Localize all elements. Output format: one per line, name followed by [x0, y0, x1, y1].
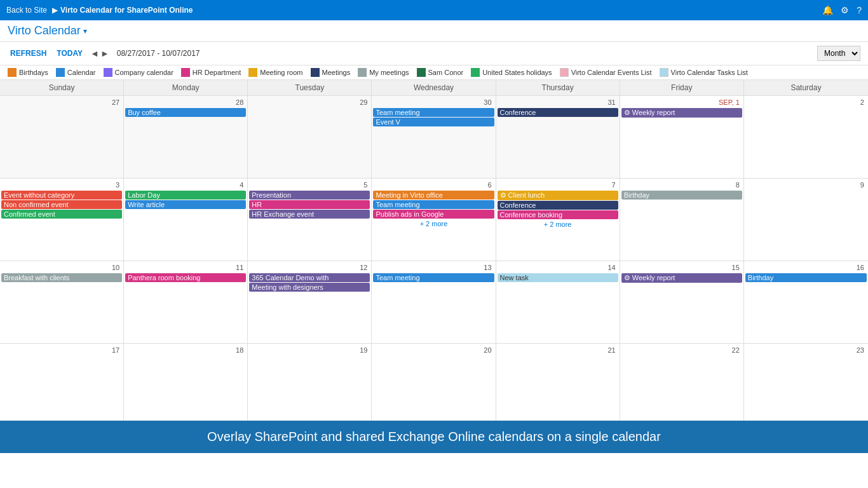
day-num-sep5: 5: [249, 180, 370, 190]
calendar-color: [56, 68, 65, 77]
day-num-sep10: 10: [1, 262, 122, 273]
event-team-meeting-aug30[interactable]: Team meeting: [373, 108, 494, 117]
day-sep18: 18: [124, 344, 248, 421]
event-panthera[interactable]: Panthera room booking: [125, 273, 246, 282]
week-1: 27 28 Buy coffee 29 30 Team meeting Even…: [0, 96, 868, 179]
event-team-meeting-sep13[interactable]: Team meeting: [373, 273, 494, 282]
app-title: Virto Calendar: [8, 24, 81, 37]
day-aug28: 28 Buy coffee: [124, 96, 248, 179]
virtotasks-color: [660, 68, 668, 77]
event-365-calendar-demo[interactable]: 365 Calendar Demo with: [249, 273, 370, 282]
birthdays-color: [8, 68, 17, 77]
legend-virto-tasks: Virto Calendar Tasks List: [660, 68, 748, 77]
event-weekly-report-sep15[interactable]: ⚙ Weekly report: [621, 273, 742, 283]
event-labor-day[interactable]: Labor Day: [125, 191, 246, 200]
next-arrow[interactable]: ►: [100, 48, 109, 58]
bell-icon[interactable]: 🔔: [822, 5, 833, 15]
page-title: Virto Calendar for SharePoint Online: [60, 6, 193, 15]
day-sep8: 8 Birthday: [620, 179, 744, 261]
event-v-aug30[interactable]: Event V: [373, 118, 494, 126]
header-thursday: Thursday: [496, 80, 620, 96]
legend-samconor: Sam Conor: [417, 68, 464, 77]
app-title-dropdown[interactable]: ▾: [83, 27, 87, 36]
calendar-day-headers: Sunday Monday Tuesday Wednesday Thursday…: [0, 80, 868, 96]
refresh-button[interactable]: REFRESH: [8, 48, 49, 59]
event-hr[interactable]: HR: [249, 200, 370, 209]
event-breakfast-clients[interactable]: Breakfast with clients: [1, 273, 122, 282]
event-new-task[interactable]: New task: [498, 273, 618, 282]
day-sep2: 2: [744, 96, 868, 179]
more-link-sep7[interactable]: + 2 more: [498, 220, 618, 229]
event-team-meeting-sep6[interactable]: Team meeting: [373, 200, 494, 209]
event-meeting-designers[interactable]: Meeting with designers: [249, 283, 370, 292]
event-buy-coffee[interactable]: Buy coffee: [125, 108, 246, 117]
day-sep13: 13 Team meeting: [372, 261, 496, 344]
prev-arrow[interactable]: ◄: [90, 48, 99, 58]
day-aug31: 31 Conference: [496, 96, 620, 179]
day-sep17: 17: [0, 344, 124, 421]
legend-usholidays: United States holidays: [471, 68, 552, 77]
usholidays-label: United States holidays: [482, 69, 552, 76]
more-link-sep6[interactable]: + 2 more: [373, 219, 494, 228]
day-sep6: 6 Meeting in Virto office Team meeting P…: [372, 179, 496, 261]
day-num-sep19: 19: [249, 345, 370, 355]
view-select[interactable]: Month Week Day Year: [817, 46, 860, 61]
legend-mymeetings: My meetings: [358, 68, 409, 77]
day-sep19: 19: [248, 344, 372, 421]
banner-text: Overlay SharePoint and shared Exchange O…: [207, 430, 661, 444]
gear-icon[interactable]: ⚙: [841, 5, 849, 15]
event-confirmed[interactable]: Confirmed event: [1, 210, 122, 219]
back-to-site-link[interactable]: Back to Site: [6, 6, 47, 15]
event-hr-exchange[interactable]: HR Exchange event: [249, 210, 370, 219]
legend-company: Company calendar: [104, 68, 173, 77]
usholidays-color: [471, 68, 480, 77]
mymeetings-label: My meetings: [369, 69, 409, 76]
event-conference-sep7[interactable]: Conference: [498, 201, 618, 210]
event-client-lunch[interactable]: ⚙ Client lunch: [498, 191, 618, 200]
day-sep9: 9: [744, 179, 868, 261]
event-conference-booking[interactable]: Conference booking: [498, 210, 618, 219]
day-aug27: 27: [0, 96, 124, 179]
day-sep1: SEP, 1 ⚙ Weekly report: [620, 96, 744, 179]
week-2: 3 Event without category Non confirmed e…: [0, 179, 868, 261]
day-sep21: 21: [496, 344, 620, 421]
day-num-sep3: 3: [1, 180, 122, 190]
event-publish-ads[interactable]: Publish ads in Google: [373, 210, 494, 219]
week-4: 17 18 19 20 21 22 23: [0, 344, 868, 421]
header-monday: Monday: [124, 80, 248, 96]
day-num-sep14: 14: [498, 262, 618, 273]
event-meeting-virto[interactable]: Meeting in Virto office: [373, 191, 494, 200]
day-num-sep1: SEP, 1: [621, 97, 742, 107]
legend-hr: HR Department: [181, 68, 241, 77]
day-num-aug29: 29: [249, 97, 370, 107]
virtoevents-color: [560, 68, 569, 77]
event-write-article[interactable]: Write article: [125, 200, 246, 209]
today-button[interactable]: TODAY: [54, 48, 85, 59]
help-icon[interactable]: ?: [857, 5, 862, 15]
legend-virto-events: Virto Calendar Events List: [560, 68, 652, 77]
samconor-color: [417, 68, 426, 77]
event-weekly-report-sep1[interactable]: ⚙ Weekly report: [621, 108, 742, 118]
day-sep10: 10 Breakfast with clients: [0, 261, 124, 344]
top-nav: Back to Site ▶ Virto Calendar for ShareP…: [0, 0, 868, 20]
event-conference-aug31[interactable]: Conference: [498, 108, 618, 117]
company-label: Company calendar: [115, 69, 173, 76]
event-without-category[interactable]: Event without category: [1, 191, 122, 200]
header-tuesday: Tuesday: [248, 80, 372, 96]
hr-label: HR Department: [193, 69, 241, 76]
day-sep22: 22: [620, 344, 744, 421]
header-sunday: Sunday: [0, 80, 124, 96]
day-num-sep4: 4: [125, 180, 246, 190]
day-num-sep11: 11: [125, 262, 246, 273]
day-sep7: 7 ⚙ Client lunch Conference Conference b…: [496, 179, 620, 261]
date-range-display: 08/27/2017 - 10/07/2017: [117, 49, 200, 58]
day-sep5: 5 Presentation HR HR Exchange event: [248, 179, 372, 261]
samconor-label: Sam Conor: [428, 69, 464, 76]
event-presentation[interactable]: Presentation: [249, 191, 370, 200]
event-non-confirmed[interactable]: Non confirmed event: [1, 200, 122, 209]
event-birthday-sep8[interactable]: Birthday: [621, 191, 742, 200]
day-sep14: 14 New task: [496, 261, 620, 344]
top-nav-icons: 🔔 ⚙ ?: [822, 5, 862, 15]
day-num-sep23: 23: [745, 345, 867, 355]
event-birthday-sep16[interactable]: Birthday: [745, 273, 867, 282]
